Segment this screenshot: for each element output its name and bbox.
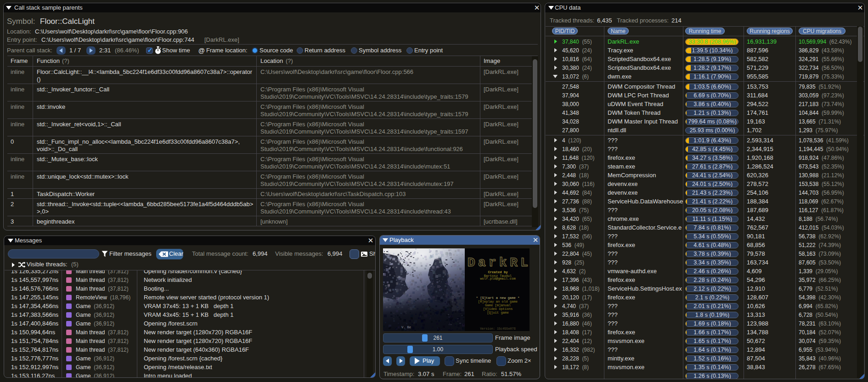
svg-text:* [S]tart a new game *: * [S]tart a new game * — [476, 296, 520, 300]
svg-text:[R]eplay an old game: [R]eplay an old game — [478, 300, 518, 303]
svg-text:V. Be: V. Be — [401, 326, 411, 329]
svg-text:Version: 15c455e076: Version: 15c455e076 — [480, 327, 516, 331]
svg-text:Game [m]anual: Game [m]anual — [485, 303, 511, 307]
svg-text:wolf.pld@gmail.com: wolf.pld@gmail.com — [480, 277, 516, 281]
svg-text:Created by: Created by — [488, 270, 508, 274]
svg-text:[Q]uit game: [Q]uit game — [487, 311, 508, 315]
svg-text:[V]ideo options: [V]ideo options — [483, 307, 513, 311]
